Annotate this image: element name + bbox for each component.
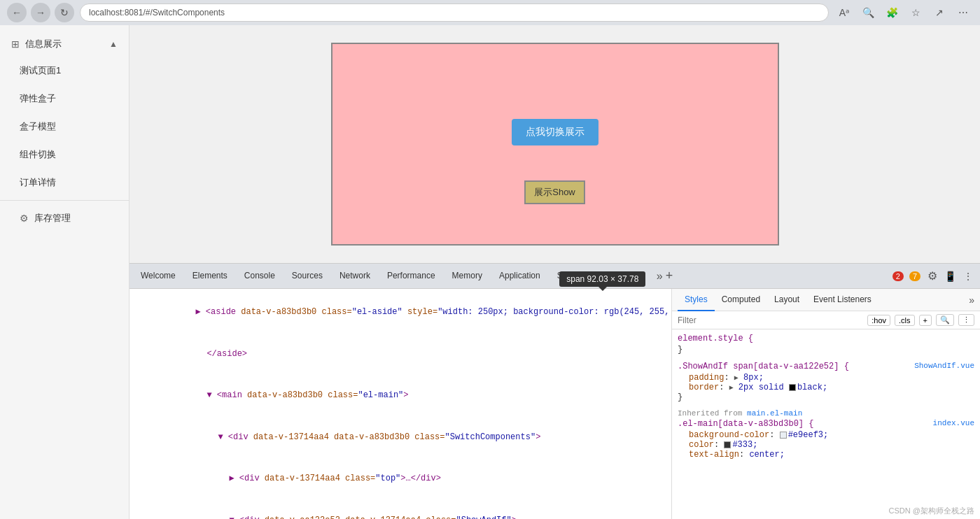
dom-line[interactable]: ▼ <div data-v-aa122e52 data-v-13714aa4 c… (130, 500, 671, 519)
tab-layout[interactable]: Layout (767, 289, 806, 311)
styles-filter-bar: :hov .cls + 🔍 ⋮ (672, 311, 980, 329)
dom-pane[interactable]: ▶ <aside data-v-a83bd3b0 class="el-aside… (130, 289, 672, 519)
tab-console[interactable]: Console (236, 264, 284, 289)
inherited-from-label: Inherited from main.el-main (678, 409, 974, 418)
styles-content: element.style { } .ShowAndIf span[data-v… (672, 329, 980, 519)
add-tab-button[interactable]: + (666, 269, 673, 283)
sidebar-item-inventory[interactable]: ⚙ 库存管理 (6, 205, 123, 232)
search-icon[interactable]: 🔍 (858, 3, 878, 22)
dom-line[interactable]: </aside> (130, 334, 671, 376)
cls-button[interactable]: .cls (895, 315, 915, 326)
background-color-prop: background-color: #e9eef3; (678, 430, 974, 440)
sidebar-title: 信息展示 (25, 38, 62, 50)
tab-network[interactable]: Network (331, 264, 379, 289)
switch-button[interactable]: 点我切换展示 (512, 119, 598, 145)
text-align-prop: text-align: center; (678, 450, 974, 460)
hov-button[interactable]: :hov (867, 315, 890, 326)
showandif-span-rule: .ShowAndIf span[data-v-aa122e52] { ShowA… (678, 362, 974, 402)
rule-close-brace: } (678, 392, 974, 402)
tab-styles[interactable]: Styles (678, 289, 715, 311)
span-element: 展示Show (524, 180, 585, 204)
styles-filter-buttons: :hov .cls + 🔍 ⋮ (867, 314, 974, 326)
extension-icon[interactable]: 🧩 (882, 3, 902, 22)
dom-line[interactable]: ▶ <aside data-v-a83bd3b0 class="el-aside… (130, 292, 671, 334)
sidebar-header: ⊞ 信息展示 ▲ (0, 32, 129, 56)
sidebar-item-test-page-1[interactable]: 测试页面1 (6, 57, 123, 84)
styles-filter-input[interactable] (678, 315, 867, 325)
styles-pane: Styles Computed Layout Event Listeners » (672, 289, 980, 519)
devtools-more-button[interactable]: ⋮ (959, 271, 977, 282)
devtools-tabs: Welcome Elements Console Sources Network… (130, 264, 980, 289)
devtools-body: ▶ <aside data-v-a83bd3b0 class="el-aside… (130, 289, 980, 519)
sidebar-item-box-model[interactable]: 盒子模型 (6, 113, 123, 140)
share-icon[interactable]: ↗ (930, 3, 949, 22)
tab-application[interactable]: Application (491, 264, 549, 289)
devtools-settings-button[interactable]: ⚙ (923, 269, 941, 283)
sidebar-item-flex-box[interactable]: 弹性盒子 (6, 85, 123, 112)
sidebar-divider (0, 200, 129, 201)
dom-line[interactable]: ▶ <div data-v-13714aa4 class="top">…</di… (130, 458, 671, 500)
padding-prop: padding: ▶ 8px; (678, 373, 974, 383)
main-area: ⊞ 信息展示 ▲ 测试页面1 弹性盒子 盒子模型 组件切换 订单详情 ⚙ 库存管… (0, 25, 980, 519)
color-swatch[interactable] (724, 441, 731, 448)
style-close-brace: } (678, 345, 974, 355)
browser-bar: ← → ↻ localhost:8081/#/SwitchComponents … (0, 0, 980, 25)
bookmark-icon[interactable]: ☆ (906, 3, 925, 22)
devtools-device-button[interactable]: 📱 (944, 271, 956, 282)
settings-icon[interactable]: ⋯ (953, 3, 973, 22)
el-main-source-link[interactable]: index.vue (933, 419, 974, 427)
more-tabs-button[interactable]: » (657, 270, 663, 283)
devtools-panel: Welcome Elements Console Sources Network… (130, 263, 980, 519)
tab-welcome[interactable]: Welcome (132, 264, 184, 289)
error-badge: 2 (892, 271, 904, 281)
browser-actions: Aᵃ 🔍 🧩 ☆ ↗ ⋯ (834, 3, 973, 22)
browser-controls: ← → ↻ (7, 3, 74, 22)
el-main-rule: .el-main[data-v-a83bd3b0] { index.vue ba… (678, 419, 974, 460)
back-button[interactable]: ← (7, 3, 27, 22)
sidebar-item-order-detail[interactable]: 订单详情 (6, 169, 123, 196)
color-prop: color: #333; (678, 440, 974, 450)
forward-button[interactable]: → (31, 3, 50, 22)
grid-icon: ⊞ (11, 38, 20, 50)
border-prop: border: ▶ 2px solid black; (678, 383, 974, 392)
black-color-swatch[interactable] (789, 384, 796, 391)
tab-computed[interactable]: Computed (715, 289, 767, 311)
warn-badge: 7 (909, 271, 920, 281)
el-main-selector: .el-main[data-v-a83bd3b0] { index.vue (678, 419, 974, 429)
background-color-swatch[interactable] (780, 432, 787, 439)
collapse-button[interactable]: ▲ (109, 39, 118, 49)
url-text: localhost:8081/#/SwitchComponents (89, 8, 225, 17)
inspect-button[interactable]: 🔍 (936, 314, 954, 326)
copy-button[interactable]: ⋮ (958, 314, 974, 326)
showandif-selector: .ShowAndIf span[data-v-aa122e52] { ShowA… (678, 362, 974, 371)
sidebar-item-component-switch[interactable]: 组件切换 (6, 141, 123, 168)
styles-tab-more[interactable]: » (969, 294, 974, 306)
address-bar[interactable]: localhost:8081/#/SwitchComponents (80, 3, 829, 22)
page-content: 点我切换展示 span 92.03 × 37.78 展示Show Welcome (130, 25, 980, 519)
font-size-icon[interactable]: Aᵃ (834, 3, 854, 22)
dom-line[interactable]: ▼ <div data-v-13714aa4 data-v-a83bd3b0 c… (130, 417, 671, 459)
watermark: CSDN @架构师全栈之路 (889, 506, 974, 516)
style-selector: element.style { (678, 334, 974, 343)
gear-icon: ⚙ (20, 213, 29, 224)
add-style-button[interactable]: + (919, 315, 932, 326)
tab-sources[interactable]: Sources (284, 264, 331, 289)
dom-line[interactable]: ▼ <main data-v-a83bd3b0 class="el-main"> (130, 375, 671, 417)
styles-tabs: Styles Computed Layout Event Listeners » (672, 289, 980, 311)
showandif-source-link[interactable]: ShowAndIf.vue (914, 362, 974, 370)
preview-area: 点我切换展示 span 92.03 × 37.78 展示Show (130, 25, 980, 263)
tab-elements[interactable]: Elements (184, 264, 236, 289)
sidebar: ⊞ 信息展示 ▲ 测试页面1 弹性盒子 盒子模型 组件切换 订单详情 ⚙ 库存管… (0, 25, 130, 519)
tab-memory[interactable]: Memory (444, 264, 491, 289)
preview-frame: 点我切换展示 span 92.03 × 37.78 展示Show (331, 43, 779, 246)
tab-event-listeners[interactable]: Event Listeners (806, 289, 878, 311)
inherited-source-link[interactable]: main.el-main (747, 409, 802, 418)
element-tooltip: span 92.03 × 37.78 (559, 271, 645, 287)
tab-performance[interactable]: Performance (379, 264, 444, 289)
element-style-rule: element.style { } (678, 334, 974, 355)
refresh-button[interactable]: ↻ (55, 3, 74, 22)
